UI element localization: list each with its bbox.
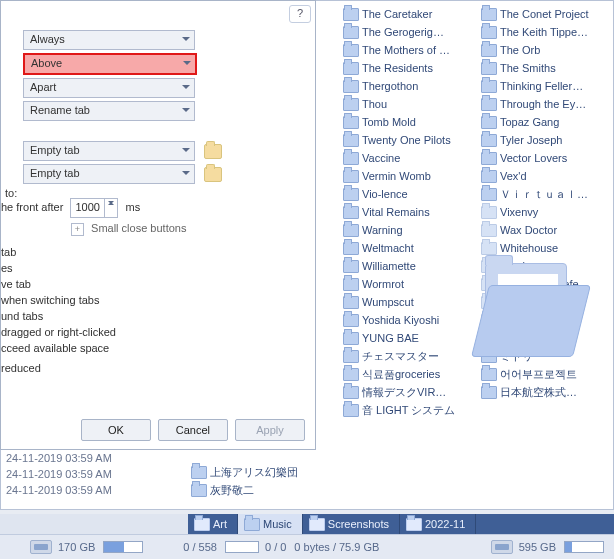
folder-item[interactable]: 情報デスクVIR… — [343, 383, 475, 401]
dialog-help-button[interactable]: ? — [289, 5, 311, 23]
folder-item[interactable]: Topaz Gang — [481, 113, 613, 131]
folder-label: チェスマスター — [362, 349, 439, 364]
folder-item[interactable]: The Smiths — [481, 59, 613, 77]
folder-icon — [191, 466, 207, 479]
dropdown-value: Always — [30, 33, 65, 45]
folder-item[interactable]: Tyler Joseph — [481, 131, 613, 149]
folder-item[interactable]: チェスマスター — [343, 347, 475, 365]
folder-item[interactable]: 灰野敬二 — [191, 481, 331, 499]
small-close-checkbox[interactable]: + — [71, 223, 84, 236]
front-delay-spinner[interactable]: 1000 — [70, 198, 118, 218]
dropdown-value: Empty tab — [30, 144, 80, 156]
folder-item[interactable]: Vex'd — [481, 167, 613, 185]
folder-icon — [343, 62, 359, 75]
folder-item[interactable]: Thou — [343, 95, 475, 113]
dropdown-empty-2[interactable]: Empty tab — [23, 164, 195, 184]
folder-label: Wreck and Refe… — [500, 278, 590, 290]
folder-icon — [194, 518, 210, 531]
folder-browse-icon[interactable] — [204, 144, 222, 159]
folder-item[interactable]: 식료품groceries — [343, 365, 475, 383]
folder-label: Whitehouse — [500, 242, 558, 254]
folder-item[interactable]: Wormrot — [343, 275, 475, 293]
folder-label: Vex'd — [500, 170, 527, 182]
cancel-button[interactable]: Cancel — [158, 419, 228, 441]
folder-label: Thergothon — [362, 80, 418, 92]
folder-icon — [343, 170, 359, 183]
folder-label: Thinking Feller… — [500, 80, 583, 92]
folder-item[interactable]: The Residents — [343, 59, 475, 77]
folder-item[interactable]: Williamette — [343, 257, 475, 275]
folder-item[interactable]: 日本航空株式… — [481, 383, 613, 401]
folder-item[interactable]: xxxtentacion — [481, 293, 613, 311]
folder-item[interactable]: The Orb — [481, 41, 613, 59]
folder-item[interactable]: Wumpscut — [343, 293, 475, 311]
folder-item[interactable]: Vector Lovers — [481, 149, 613, 167]
folder-label: Twenty One Pilots — [362, 134, 451, 146]
folder-item[interactable]: Yoshida Kiyoshi — [343, 311, 475, 329]
status-disk-right: 595 GB — [519, 541, 556, 553]
chevron-down-icon — [182, 37, 190, 41]
option-fragment: cceed available space — [1, 340, 307, 356]
date-row: 24-11-2019 03:59 AM — [2, 468, 112, 484]
folder-item[interactable]: You and I — [481, 311, 613, 329]
dropdown-above[interactable]: Above — [23, 53, 197, 75]
folder-item[interactable]: 音 LIGHT システム — [343, 401, 475, 419]
folder-item[interactable]: Vital Remains — [343, 203, 475, 221]
status-counts: 0 / 558 — [183, 541, 217, 553]
front-label-prefix: he front after — [1, 201, 63, 213]
folder-browse-icon[interactable] — [204, 167, 222, 182]
apply-button[interactable]: Apply — [235, 419, 305, 441]
folder-item[interactable]: Zadig The Jasp — [481, 329, 613, 347]
folder-item[interactable]: The Conet Project — [481, 5, 613, 23]
folder-label: Tyler Joseph — [500, 134, 562, 146]
dropdown-always[interactable]: Always — [23, 30, 195, 50]
to-label: to: — [5, 187, 17, 199]
folder-item[interactable]: Woob — [481, 257, 613, 275]
folder-label: The Caretaker — [362, 8, 432, 20]
folder-tab[interactable]: Art — [188, 514, 238, 534]
folder-label: 어어부프로젝트 — [500, 367, 577, 382]
folder-item[interactable]: Vixenvy — [481, 203, 613, 221]
folder-icon — [343, 242, 359, 255]
folder-item[interactable]: Through the Ey… — [481, 95, 613, 113]
folder-item[interactable]: The Keith Tippe… — [481, 23, 613, 41]
date-row: 24-11-2019 03:59 AM — [2, 452, 112, 468]
options-fragment-list: tabesve tabwhen switching tabsund tabsdr… — [1, 244, 307, 376]
folder-item[interactable]: Ｖｉｒｔｕａｌ… — [481, 185, 613, 203]
folder-item[interactable]: Twenty One Pilots — [343, 131, 475, 149]
folder-icon — [481, 368, 497, 381]
folder-item[interactable]: ミドリ — [481, 347, 613, 365]
folder-item[interactable]: Wax Doctor — [481, 221, 613, 239]
folder-item[interactable]: Thinking Feller… — [481, 77, 613, 95]
folder-item[interactable]: Warning — [343, 221, 475, 239]
folder-item[interactable]: Whitehouse — [481, 239, 613, 257]
date-row: 24-11-2019 03:59 AM — [2, 484, 112, 500]
folder-icon — [343, 98, 359, 111]
folder-tab[interactable]: 2022-11 — [400, 514, 476, 534]
dropdown-empty-1[interactable]: Empty tab — [23, 141, 195, 161]
folder-item[interactable]: Tomb Mold — [343, 113, 475, 131]
folder-item[interactable]: Vio-lence — [343, 185, 475, 203]
folder-tab[interactable]: Music — [238, 514, 303, 534]
folder-label: YUNG BAE — [362, 332, 419, 344]
folder-item[interactable]: Weltmacht — [343, 239, 475, 257]
folder-item[interactable]: The Caretaker — [343, 5, 475, 23]
folder-item[interactable]: Thergothon — [343, 77, 475, 95]
folder-item[interactable]: Wreck and Refe… — [481, 275, 613, 293]
folder-label: Wormrot — [362, 278, 404, 290]
dropdown-apart[interactable]: Apart — [23, 78, 195, 98]
folder-tab[interactable]: Screenshots — [303, 514, 400, 534]
folder-item[interactable]: Vermin Womb — [343, 167, 475, 185]
folder-label: The Smiths — [500, 62, 556, 74]
folder-item[interactable]: 어어부프로젝트 — [481, 365, 613, 383]
small-close-label: Small close buttons — [91, 222, 186, 234]
folder-item[interactable]: YUNG BAE — [343, 329, 475, 347]
folder-item[interactable]: 上海アリス幻樂団 — [191, 463, 331, 481]
folder-icon — [481, 8, 497, 21]
dropdown-rename[interactable]: Rename tab — [23, 101, 195, 121]
folder-item[interactable]: Vaccine — [343, 149, 475, 167]
ok-button[interactable]: OK — [81, 419, 151, 441]
folder-item[interactable]: The Gerogerig… — [343, 23, 475, 41]
folder-label: xxxtentacion — [500, 296, 561, 308]
folder-item[interactable]: The Mothers of … — [343, 41, 475, 59]
